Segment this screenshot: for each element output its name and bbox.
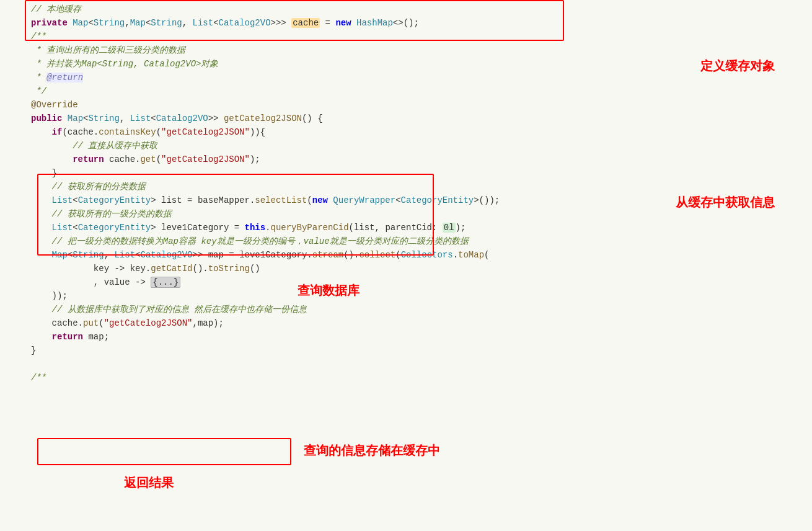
code-line-4: * 查询出所有的二级和三级分类的数据 <box>31 43 806 57</box>
code-line-13: } <box>31 166 806 180</box>
code-line-2: private Map<String,Map<String, List<Cata… <box>31 16 806 30</box>
code-line-26: } <box>31 344 806 357</box>
code-editor: // 本地缓存 private Map<String,Map<String, L… <box>0 0 812 531</box>
code-line-3: /** <box>31 30 806 43</box>
code-line-21: , value -> {...} <box>31 275 806 289</box>
code-line-10: if(cache.containsKey("getCatelog2JSON"))… <box>31 125 806 139</box>
annotation-get-from-cache: 从缓存中获取信息 <box>676 192 775 212</box>
code-line-1: // 本地缓存 <box>31 2 806 16</box>
annotation-query-db: 查询数据库 <box>298 280 360 300</box>
annotation-store-in-cache: 查询的信息存储在缓存中 <box>304 440 440 460</box>
code-line-7: */ <box>31 84 806 98</box>
code-line-24: cache.put("getCatelog2JSON",map); <box>31 316 806 330</box>
code-line-12: return cache.get("getCatelog2JSON"); <box>31 153 806 166</box>
code-line-22: )); <box>31 289 806 303</box>
code-line-5: * 并封装为Map<String, Catalog2VO>对象 <box>31 57 806 71</box>
code-line-6: * @return <box>31 71 806 84</box>
code-line-11: // 直接从缓存中获取 <box>31 139 806 153</box>
code-line-25: return map; <box>31 330 806 344</box>
code-line-19: Map<String, List<Catalog2VO>> map = leve… <box>31 248 806 262</box>
code-line-17: List<CategoryEntity> leve1Category = thi… <box>31 221 806 234</box>
code-line-14: // 获取所有的分类数据 <box>31 180 806 194</box>
code-line-28: /** <box>31 371 806 385</box>
code-line-18: // 把一级分类的数据转换为Map容器 key就是一级分类的编号，value就是… <box>31 234 806 248</box>
code-line-27 <box>31 357 806 371</box>
annotation-return-result: 返回结果 <box>124 473 174 493</box>
code-line-9: public Map<String, List<Catalog2VO>> get… <box>31 112 806 125</box>
code-line-20: key -> key.getCatId().toString() <box>31 262 806 275</box>
code-line-23: // 从数据库中获取到了对应的信息 然后在缓存中也存储一份信息 <box>31 303 806 316</box>
code-line-8: @Override <box>31 98 806 112</box>
annotation-define-cache: 定义缓存对象 <box>700 56 775 76</box>
